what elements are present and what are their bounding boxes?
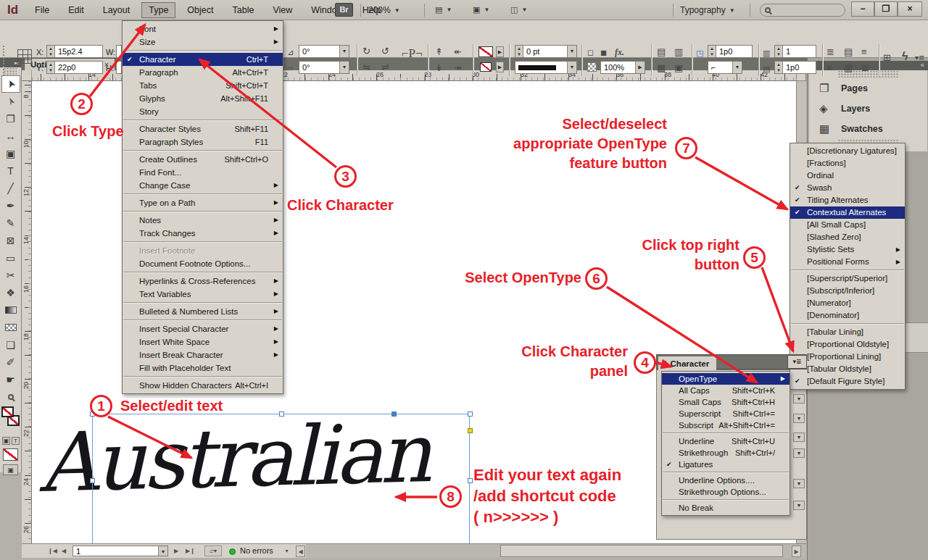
- align-top-icon[interactable]: ≣: [826, 46, 834, 58]
- menu-item-character[interactable]: ✔CharacterCtrl+T: [123, 53, 283, 66]
- baseline-grid-icon[interactable]: ≡: [861, 46, 867, 58]
- menubar-item-type[interactable]: Type: [141, 2, 175, 18]
- stepper-icon[interactable]: ▲▼: [775, 62, 783, 73]
- menu-item-underline-options[interactable]: Underline Options....: [662, 475, 790, 486]
- rectangle-tool[interactable]: ▭: [1, 249, 20, 267]
- close-button[interactable]: ×: [898, 1, 922, 17]
- flip-horizontal-icon[interactable]: ⇋: [362, 62, 370, 73]
- fill-stroke-control[interactable]: [1, 406, 20, 434]
- chevron-down-icon[interactable]: ▼: [339, 62, 349, 73]
- line-tool[interactable]: ╱: [1, 180, 20, 197]
- panel-drag-handle[interactable]: [4, 68, 17, 75]
- frame-handle[interactable]: [279, 411, 284, 417]
- wrap-jump-icon[interactable]: ▣: [674, 62, 683, 74]
- menu-item-superscript-superior[interactable]: [Superscript/Superior]: [790, 272, 905, 285]
- stepper-icon[interactable]: ▲▼: [515, 46, 523, 57]
- live-corner-handle[interactable]: [468, 428, 473, 433]
- screen-mode-toggle[interactable]: ▣: [3, 464, 18, 475]
- menu-item-insert-special-character[interactable]: Insert Special Character▶: [123, 322, 283, 335]
- page-tool[interactable]: ❐: [1, 110, 20, 128]
- search-input[interactable]: [760, 4, 845, 17]
- stepper-icon[interactable]: ▲▼: [708, 46, 716, 57]
- arrange-documents-button[interactable]: ◫▼: [510, 4, 527, 16]
- menu-item-fill-with-placeholder-text[interactable]: Fill with Placeholder Text: [123, 362, 283, 375]
- menu-item-underline[interactable]: UnderlineShift+Ctrl+U: [662, 435, 790, 447]
- note-tool[interactable]: ❑: [1, 336, 20, 354]
- gradient-swatch-tool[interactable]: [1, 301, 20, 319]
- menu-item-size[interactable]: Size▶: [123, 35, 283, 49]
- minimize-button[interactable]: −: [851, 1, 874, 17]
- formatting-affects-container-icon[interactable]: ▣: [2, 437, 10, 445]
- flip-vertical-icon[interactable]: ⇌: [381, 62, 389, 73]
- wrap-object-icon[interactable]: ▩: [657, 62, 666, 74]
- menu-item-show-hidden-characters[interactable]: Show Hidden CharactersAlt+Ctrl+I: [123, 379, 283, 392]
- effects-menu-icon[interactable]: fx.: [615, 46, 624, 58]
- direct-selection-tool[interactable]: ➢: [1, 93, 20, 110]
- opacity-field[interactable]: 100%▶: [600, 61, 645, 74]
- menu-item-proportional-oldstyle[interactable]: [Proportional Oldstyle]: [790, 338, 905, 351]
- text-frame-selection[interactable]: [92, 414, 470, 543]
- menu-item-superscript[interactable]: SuperscriptShift+Ctrl+=: [662, 408, 790, 419]
- fill-none-swatch[interactable]: [1, 406, 14, 417]
- character-panel-menu-button[interactable]: ▾≣: [787, 355, 807, 369]
- content-collector-tool[interactable]: ▣: [1, 145, 20, 162]
- scissors-tool[interactable]: ✂: [1, 267, 20, 284]
- menu-item-subscript[interactable]: SubscriptAlt+Shift+Ctrl+=: [662, 419, 790, 431]
- previous-page-button[interactable]: ◀: [62, 546, 66, 556]
- zoom-level-dropdown[interactable]: 200%▼: [368, 4, 400, 17]
- menu-item-fractions[interactable]: [Fractions]: [790, 157, 905, 170]
- chevron-down-icon[interactable]: ▼: [793, 479, 805, 488]
- scroll-left-button[interactable]: ◀: [296, 546, 305, 557]
- menu-item-contextual-alternates[interactable]: ✔Contextual Alternates: [790, 206, 905, 219]
- chevron-down-icon[interactable]: ▼: [793, 501, 805, 510]
- columns-field[interactable]: ▲▼1: [774, 45, 816, 58]
- menu-item-paragraph-styles[interactable]: Paragraph StylesF11: [123, 135, 283, 149]
- gutter-field[interactable]: ▲▼1p0: [774, 61, 816, 74]
- wrap-bounding-icon[interactable]: ▥: [674, 46, 683, 58]
- menu-item-all-small-caps[interactable]: [All Small Caps]: [790, 219, 905, 231]
- chevron-down-icon[interactable]: ▼: [732, 62, 742, 73]
- menu-item-change-case[interactable]: Change Case▶: [123, 179, 283, 192]
- menu-item-document-footnote-options[interactable]: Document Footnote Options...: [123, 257, 283, 270]
- selection-tool[interactable]: ➤: [1, 75, 20, 93]
- stepper-icon[interactable]: ▲▼: [47, 62, 55, 73]
- menu-item-insert-white-space[interactable]: Insert White Space▶: [123, 335, 283, 348]
- frame-handle[interactable]: [392, 411, 397, 417]
- chevron-down-icon[interactable]: ▼: [793, 414, 805, 423]
- menubar-item-file[interactable]: File: [28, 2, 57, 18]
- chevron-down-icon[interactable]: ▼: [567, 46, 576, 57]
- menu-item-ordinal[interactable]: Ordinal: [790, 170, 905, 182]
- go-to-parent-icon[interactable]: ↟: [435, 46, 443, 58]
- menubar-item-edit[interactable]: Edit: [61, 2, 91, 18]
- corner-radius-field[interactable]: ▲▼1p0: [708, 45, 753, 58]
- go-to-previous-icon[interactable]: ↞: [454, 46, 462, 58]
- menu-item-slashed-zero[interactable]: [Slashed Zero]: [790, 231, 905, 243]
- menu-item-all-caps[interactable]: All CapsShift+Ctrl+K: [662, 385, 790, 396]
- dock-item-swatches[interactable]: ▦Swatches: [809, 119, 927, 139]
- menu-item-small-caps[interactable]: Small CapsShift+Ctrl+H: [662, 396, 790, 408]
- opacity-checker-icon[interactable]: [587, 62, 597, 72]
- menu-item-tabular-oldstyle[interactable]: [Tabular Oldstyle]: [790, 363, 905, 375]
- menu-item-swash[interactable]: ✔Swash: [790, 182, 905, 194]
- stroke-weight-field[interactable]: ▲▼0 pt▼: [515, 45, 577, 58]
- quick-apply-icon[interactable]: ϟ: [902, 51, 908, 62]
- stroke-swatch-none[interactable]: [480, 62, 492, 72]
- stepper-icon[interactable]: ▲▼: [775, 46, 783, 57]
- pen-tool[interactable]: ✒: [1, 197, 20, 214]
- tab-character[interactable]: ⇅Character: [658, 356, 716, 370]
- menu-item-find-font[interactable]: Find Font...: [123, 166, 283, 179]
- preflight-menu-button[interactable]: ▱▾: [204, 546, 222, 556]
- menu-item-bulleted-numbered-lists[interactable]: Bulleted & Numbered Lists▶: [123, 305, 283, 318]
- align-center-icon[interactable]: ▥: [844, 62, 853, 74]
- menu-item-default-figure-style[interactable]: ✔[Default Figure Style]: [790, 375, 905, 388]
- frame-fitting-icon[interactable]: ⊞: [883, 52, 891, 64]
- chevron-down-icon[interactable]: ▼: [793, 448, 805, 458]
- free-transform-tool[interactable]: ❖: [1, 284, 20, 301]
- menubar-item-layout[interactable]: Layout: [96, 2, 138, 18]
- menu-item-subscript-inferior[interactable]: [Subscript/Inferior]: [790, 285, 905, 297]
- page-number-field[interactable]: 1▼: [72, 546, 168, 556]
- menu-item-opentype[interactable]: OpenType▶: [662, 373, 790, 385]
- frame-handle[interactable]: [468, 478, 473, 483]
- bridge-button[interactable]: Br: [335, 3, 353, 17]
- width-field[interactable]: [116, 45, 122, 58]
